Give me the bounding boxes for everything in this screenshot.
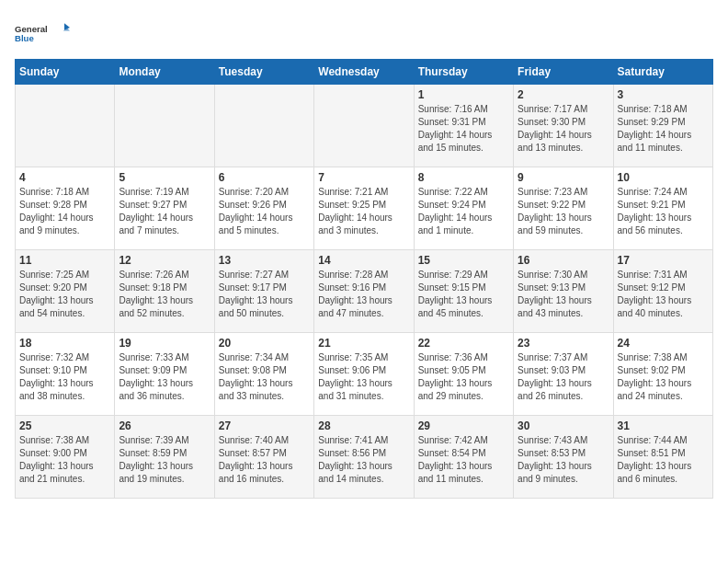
day-number: 28 (318, 419, 409, 432)
week-row-4: 18Sunrise: 7:32 AM Sunset: 9:10 PM Dayli… (16, 333, 713, 416)
day-number: 14 (318, 254, 409, 267)
day-info: Sunrise: 7:35 AM Sunset: 9:06 PM Dayligh… (318, 351, 409, 403)
day-cell-11: 11Sunrise: 7:25 AM Sunset: 9:20 PM Dayli… (16, 250, 115, 333)
day-info: Sunrise: 7:38 AM Sunset: 9:00 PM Dayligh… (19, 434, 110, 486)
week-row-1: 1Sunrise: 7:16 AM Sunset: 9:31 PM Daylig… (16, 85, 713, 167)
day-cell-9: 9Sunrise: 7:23 AM Sunset: 9:22 PM Daylig… (514, 167, 613, 250)
day-info: Sunrise: 7:43 AM Sunset: 8:53 PM Dayligh… (518, 434, 609, 486)
day-cell-25: 25Sunrise: 7:38 AM Sunset: 9:00 PM Dayli… (16, 416, 115, 499)
day-number: 10 (618, 171, 709, 184)
days-header-row: SundayMondayTuesdayWednesdayThursdayFrid… (16, 60, 713, 85)
day-info: Sunrise: 7:27 AM Sunset: 9:17 PM Dayligh… (219, 269, 310, 320)
day-number: 18 (19, 337, 110, 350)
week-row-2: 4Sunrise: 7:18 AM Sunset: 9:28 PM Daylig… (16, 167, 713, 250)
empty-cell (16, 85, 115, 167)
day-info: Sunrise: 7:25 AM Sunset: 9:20 PM Dayligh… (19, 269, 110, 320)
day-number: 7 (318, 171, 409, 184)
day-info: Sunrise: 7:38 AM Sunset: 9:02 PM Dayligh… (618, 351, 709, 403)
empty-cell (214, 85, 313, 167)
day-info: Sunrise: 7:37 AM Sunset: 9:03 PM Dayligh… (518, 351, 609, 403)
day-cell-1: 1Sunrise: 7:16 AM Sunset: 9:31 PM Daylig… (414, 85, 513, 167)
day-header-friday: Friday (514, 60, 613, 85)
day-number: 3 (618, 88, 709, 101)
empty-cell (115, 85, 214, 167)
day-header-sunday: Sunday (16, 60, 115, 85)
day-info: Sunrise: 7:28 AM Sunset: 9:16 PM Dayligh… (318, 269, 409, 320)
day-number: 16 (518, 254, 609, 267)
day-number: 20 (219, 337, 310, 350)
day-cell-22: 22Sunrise: 7:36 AM Sunset: 9:05 PM Dayli… (414, 333, 513, 416)
day-info: Sunrise: 7:18 AM Sunset: 9:29 PM Dayligh… (618, 103, 709, 155)
calendar-table: SundayMondayTuesdayWednesdayThursdayFrid… (15, 59, 713, 499)
day-number: 29 (418, 419, 509, 432)
day-number: 22 (418, 337, 509, 350)
day-cell-3: 3Sunrise: 7:18 AM Sunset: 9:29 PM Daylig… (613, 85, 712, 167)
day-header-tuesday: Tuesday (214, 60, 313, 85)
logo: General Blue (15, 15, 70, 52)
day-info: Sunrise: 7:40 AM Sunset: 8:57 PM Dayligh… (219, 434, 310, 486)
day-number: 13 (219, 254, 310, 267)
day-info: Sunrise: 7:18 AM Sunset: 9:28 PM Dayligh… (19, 186, 110, 237)
day-number: 30 (518, 419, 609, 432)
day-cell-28: 28Sunrise: 7:41 AM Sunset: 8:56 PM Dayli… (314, 416, 414, 499)
svg-marker-3 (63, 28, 70, 31)
day-number: 27 (219, 419, 310, 432)
logo-svg: General Blue (15, 15, 70, 52)
day-number: 8 (418, 171, 509, 184)
day-info: Sunrise: 7:16 AM Sunset: 9:31 PM Dayligh… (418, 103, 509, 155)
day-cell-13: 13Sunrise: 7:27 AM Sunset: 9:17 PM Dayli… (214, 250, 313, 333)
day-number: 31 (618, 419, 709, 432)
svg-text:Blue: Blue (15, 33, 34, 43)
day-header-saturday: Saturday (613, 60, 712, 85)
day-cell-20: 20Sunrise: 7:34 AM Sunset: 9:08 PM Dayli… (214, 333, 313, 416)
day-number: 17 (618, 254, 709, 267)
day-number: 25 (19, 419, 110, 432)
day-info: Sunrise: 7:29 AM Sunset: 9:15 PM Dayligh… (418, 269, 509, 320)
day-number: 11 (19, 254, 110, 267)
day-info: Sunrise: 7:22 AM Sunset: 9:24 PM Dayligh… (418, 186, 509, 237)
day-info: Sunrise: 7:32 AM Sunset: 9:10 PM Dayligh… (19, 351, 110, 403)
day-header-wednesday: Wednesday (314, 60, 414, 85)
day-cell-6: 6Sunrise: 7:20 AM Sunset: 9:26 PM Daylig… (214, 167, 313, 250)
day-number: 5 (119, 171, 210, 184)
day-number: 6 (219, 171, 310, 184)
day-number: 2 (518, 88, 609, 101)
day-cell-10: 10Sunrise: 7:24 AM Sunset: 9:21 PM Dayli… (613, 167, 712, 250)
week-row-5: 25Sunrise: 7:38 AM Sunset: 9:00 PM Dayli… (16, 416, 713, 499)
day-number: 15 (418, 254, 509, 267)
day-number: 26 (119, 419, 210, 432)
day-cell-5: 5Sunrise: 7:19 AM Sunset: 9:27 PM Daylig… (115, 167, 214, 250)
day-info: Sunrise: 7:20 AM Sunset: 9:26 PM Dayligh… (219, 186, 310, 237)
day-number: 12 (119, 254, 210, 267)
empty-cell (314, 85, 414, 167)
day-cell-31: 31Sunrise: 7:44 AM Sunset: 8:51 PM Dayli… (613, 416, 712, 499)
day-info: Sunrise: 7:30 AM Sunset: 9:13 PM Dayligh… (518, 269, 609, 320)
day-cell-4: 4Sunrise: 7:18 AM Sunset: 9:28 PM Daylig… (16, 167, 115, 250)
day-number: 21 (318, 337, 409, 350)
day-info: Sunrise: 7:42 AM Sunset: 8:54 PM Dayligh… (418, 434, 509, 486)
day-info: Sunrise: 7:36 AM Sunset: 9:05 PM Dayligh… (418, 351, 509, 403)
day-number: 19 (119, 337, 210, 350)
day-info: Sunrise: 7:26 AM Sunset: 9:18 PM Dayligh… (119, 269, 210, 320)
day-number: 24 (618, 337, 709, 350)
day-cell-24: 24Sunrise: 7:38 AM Sunset: 9:02 PM Dayli… (613, 333, 712, 416)
day-cell-12: 12Sunrise: 7:26 AM Sunset: 9:18 PM Dayli… (115, 250, 214, 333)
day-cell-14: 14Sunrise: 7:28 AM Sunset: 9:16 PM Dayli… (314, 250, 414, 333)
day-cell-2: 2Sunrise: 7:17 AM Sunset: 9:30 PM Daylig… (514, 85, 613, 167)
day-cell-8: 8Sunrise: 7:22 AM Sunset: 9:24 PM Daylig… (414, 167, 513, 250)
day-info: Sunrise: 7:21 AM Sunset: 9:25 PM Dayligh… (318, 186, 409, 237)
day-cell-18: 18Sunrise: 7:32 AM Sunset: 9:10 PM Dayli… (16, 333, 115, 416)
day-info: Sunrise: 7:34 AM Sunset: 9:08 PM Dayligh… (219, 351, 310, 403)
day-cell-29: 29Sunrise: 7:42 AM Sunset: 8:54 PM Dayli… (414, 416, 513, 499)
day-info: Sunrise: 7:17 AM Sunset: 9:30 PM Dayligh… (518, 103, 609, 155)
week-row-3: 11Sunrise: 7:25 AM Sunset: 9:20 PM Dayli… (16, 250, 713, 333)
day-info: Sunrise: 7:31 AM Sunset: 9:12 PM Dayligh… (618, 269, 709, 320)
day-cell-26: 26Sunrise: 7:39 AM Sunset: 8:59 PM Dayli… (115, 416, 214, 499)
day-info: Sunrise: 7:41 AM Sunset: 8:56 PM Dayligh… (318, 434, 409, 486)
day-info: Sunrise: 7:24 AM Sunset: 9:21 PM Dayligh… (618, 186, 709, 237)
day-info: Sunrise: 7:23 AM Sunset: 9:22 PM Dayligh… (518, 186, 609, 237)
day-header-monday: Monday (115, 60, 214, 85)
svg-text:General: General (15, 24, 48, 34)
day-cell-23: 23Sunrise: 7:37 AM Sunset: 9:03 PM Dayli… (514, 333, 613, 416)
day-cell-30: 30Sunrise: 7:43 AM Sunset: 8:53 PM Dayli… (514, 416, 613, 499)
